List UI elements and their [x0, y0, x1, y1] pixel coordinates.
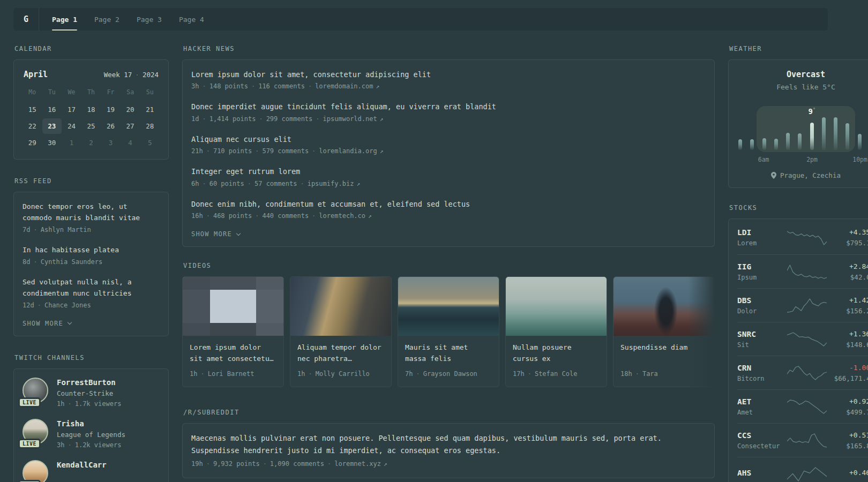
external-link-icon	[365, 212, 372, 220]
weather-bar	[798, 133, 802, 150]
stock-row[interactable]: LDILorem +4.35%$795.18	[737, 221, 868, 254]
external-link-icon	[381, 460, 387, 468]
hn-item-title[interactable]: Aliquam nec cursus elit	[191, 133, 706, 145]
video-card[interactable]: Nullam posuere cursus ex 17hStefan Cole	[505, 276, 607, 387]
right-column: WEATHER Overcast Feels like 5°C 9° 6am 2…	[728, 45, 868, 482]
hn-item-meta: 21h710 points579 commentsloremlandia.org	[191, 146, 706, 156]
rss-item-author: Cynthia Saunders	[41, 258, 103, 266]
calendar-day-selected: 23	[42, 118, 62, 134]
separator-dot	[197, 370, 207, 378]
stock-row[interactable]: SNRCSit +1.36%$148.64	[737, 322, 868, 356]
weather-card: Overcast Feels like 5°C 9° 6am 2pm 10pm	[728, 59, 868, 188]
video-thumbnail	[183, 277, 283, 336]
calendar-day: 26	[101, 118, 121, 134]
twitch-channel[interactable]: LIVE Trisha League of Legends 3h1.2k vie…	[23, 419, 160, 450]
subreddit-post: Maecenas mollis pulvinar erat non posuer…	[191, 432, 706, 469]
hn-item-time: 3h	[191, 82, 199, 90]
rss-item-title[interactable]: In hac habitasse platea	[23, 244, 160, 255]
show-more-button[interactable]: SHOW MORE	[23, 320, 71, 327]
stock-row[interactable]: AHS +0.46%	[737, 457, 868, 482]
hn-item: Donec imperdiet augue tincidunt felis al…	[191, 101, 706, 124]
post-domain-link[interactable]: loremnet.xyz	[334, 460, 387, 468]
hn-item: Lorem ipsum dolor sit amet, consectetur …	[191, 69, 706, 92]
rss-item-time: 8d	[23, 258, 30, 266]
calendar-dayname: Tu	[42, 86, 62, 101]
channel-meta: 1h1.7k viewers	[57, 399, 121, 409]
video-title: Aliquam tempor dolor nec pharetra…	[297, 342, 384, 364]
tab-page-1[interactable]: Page 1	[52, 8, 77, 31]
video-card[interactable]: Suspendisse diam 18hTara	[613, 276, 715, 387]
video-author: Grayson Dawson	[423, 370, 477, 378]
calendar-section-label: CALENDAR	[14, 45, 169, 52]
hn-item-domain-link[interactable]: loremtech.co	[319, 212, 371, 220]
chevron-down-icon	[236, 231, 241, 236]
hn-item-time: 16h	[191, 212, 203, 220]
hn-item-title[interactable]: Integer eget rutrum lorem	[191, 165, 706, 177]
calendar-day: 27	[121, 118, 140, 134]
stock-ticker: LDI	[737, 228, 787, 237]
stock-ticker: AHS	[737, 469, 787, 477]
video-thumbnail	[290, 277, 391, 336]
stock-ticker: AET	[737, 397, 787, 406]
post-time: 19h	[191, 460, 203, 468]
channel-uptime: 1h	[57, 400, 64, 408]
stock-row[interactable]: CRNBitcorn -1.00%$66,171.48	[737, 356, 868, 389]
stock-sparkline	[787, 466, 827, 482]
stock-id: DBSDolor	[737, 296, 787, 315]
stock-price: $165.84	[827, 442, 868, 450]
separator-dot	[632, 370, 642, 378]
video-card[interactable]: Lorem ipsum dolor sit amet consectetu… 1…	[182, 276, 284, 387]
weather-section-label: WEATHER	[729, 45, 868, 52]
stock-change: +0.51%	[827, 431, 868, 439]
video-card[interactable]: Mauris sit amet massa felis 7hGrayson Da…	[398, 276, 499, 387]
rss-item-title[interactable]: Sed volutpat nulla nisl, a condimentum n…	[23, 276, 160, 299]
stock-row[interactable]: AETAmet +0.92%$499.72	[737, 389, 868, 423]
location-pin-icon	[771, 172, 776, 179]
hn-item-comments: 116 comments	[258, 82, 305, 90]
hn-item-title[interactable]: Donec imperdiet augue tincidunt felis al…	[191, 101, 706, 112]
hn-item-meta: 1d1,414 points299 commentsipsumworld.net	[191, 114, 706, 124]
separator-dot	[199, 180, 209, 187]
weather-bar	[774, 139, 778, 150]
hn-item: Integer eget rutrum lorem 6h60 points57 …	[191, 165, 706, 189]
calendar-header: April Week 172024	[23, 69, 160, 79]
rss-item-title[interactable]: Donec tempor eros leo, ut commodo mauris…	[23, 201, 160, 224]
hn-item-comments: 57 comments	[255, 180, 297, 187]
stock-price: $42.04	[827, 273, 868, 281]
stock-row[interactable]: IIGIpsum +2.84%$42.04	[737, 254, 868, 288]
tab-page-2[interactable]: Page 2	[94, 8, 119, 31]
calendar-day: 2	[81, 135, 101, 150]
show-more-button[interactable]: SHOW MORE	[191, 230, 240, 238]
live-badge: LIVE	[18, 439, 41, 449]
hn-item-domain-link[interactable]: loremlandia.org	[319, 147, 383, 155]
video-card[interactable]: Aliquam tempor dolor nec pharetra… 1hMol…	[290, 276, 392, 387]
subreddit-post-title[interactable]: Maecenas mollis pulvinar erat non posuer…	[191, 432, 706, 457]
chevron-down-icon	[68, 320, 72, 325]
hn-item-domain-link[interactable]: ipsumworld.net	[323, 115, 384, 123]
video-title: Nullam posuere cursus ex	[513, 342, 600, 364]
tab-page-4[interactable]: Page 4	[179, 8, 204, 31]
weather-bars	[738, 117, 868, 150]
twitch-section: TWITCH CHANNELS LIVE ForrestBurton Count…	[13, 354, 169, 482]
stock-row[interactable]: DBSDolor +1.42%$156.28	[737, 288, 868, 322]
video-age: 7h	[405, 370, 413, 378]
hn-item-title[interactable]: Donec enim nibh, condimentum et accumsan…	[191, 198, 706, 210]
stock-sparkline	[787, 432, 827, 448]
hn-item-domain-link[interactable]: ipsumify.biz	[308, 180, 360, 187]
stock-row[interactable]: CCSConsectetur +0.51%$165.84	[737, 423, 868, 457]
stock-change: +4.35%	[827, 228, 868, 236]
separator-dot	[305, 82, 315, 90]
stock-name: Dolor	[737, 307, 787, 315]
rss-item: In hac habitasse platea 8dCynthia Saunde…	[23, 244, 160, 267]
stock-ticker: DBS	[737, 296, 787, 305]
stock-id: SNRCSit	[737, 330, 787, 349]
hn-item: Donec enim nibh, condimentum et accumsan…	[191, 198, 706, 221]
video-title: Lorem ipsum dolor sit amet consectetu…	[190, 342, 276, 364]
twitch-channel[interactable]: LIVE KendallCarr	[23, 460, 160, 482]
stock-sparkline	[787, 398, 827, 415]
twitch-channel[interactable]: LIVE ForrestBurton Counter-Strike 1h1.7k…	[23, 378, 160, 409]
hn-item-title[interactable]: Lorem ipsum dolor sit amet, consectetur …	[191, 69, 706, 80]
tab-page-3[interactable]: Page 3	[137, 8, 162, 31]
hn-item-domain-link[interactable]: loremdomain.com	[315, 82, 379, 90]
stock-values: +2.84%$42.04	[827, 262, 868, 281]
